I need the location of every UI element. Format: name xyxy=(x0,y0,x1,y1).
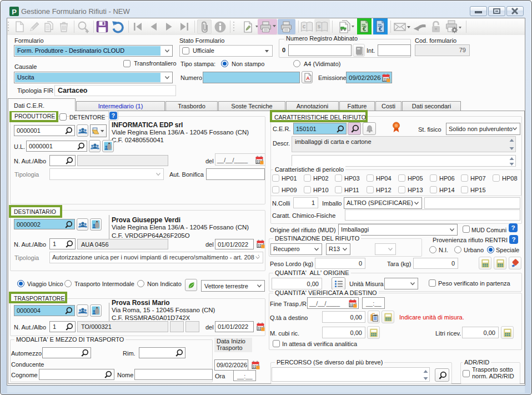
svg-text:€: € xyxy=(363,26,366,32)
svg-text:s: s xyxy=(318,23,321,29)
svg-text:€: € xyxy=(379,26,382,32)
svg-text:A: A xyxy=(306,76,310,81)
svg-text:c: c xyxy=(303,23,306,29)
svg-text:P: P xyxy=(12,8,17,16)
